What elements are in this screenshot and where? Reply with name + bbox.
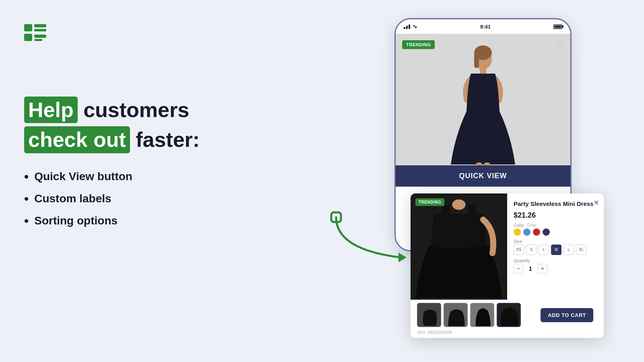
- svg-rect-4: [34, 35, 46, 38]
- quick-view-popup: × TRENDING: [411, 193, 604, 338]
- color-section: Color Gray: [514, 223, 597, 236]
- quick-view-button[interactable]: QUICK VIEW: [396, 165, 570, 187]
- sku-label: SKU: 34020300304: [411, 329, 604, 338]
- thumbnail-4[interactable]: [497, 303, 521, 327]
- svg-rect-5: [34, 39, 42, 41]
- list-item: Sorting options: [24, 214, 200, 228]
- popup-image: TRENDING: [411, 193, 507, 300]
- color-blue[interactable]: [523, 228, 530, 236]
- popup-dress-svg: [411, 193, 507, 298]
- size-m[interactable]: M: [551, 245, 561, 255]
- logo: [24, 24, 46, 43]
- status-left: ∿: [404, 23, 417, 30]
- dress-image: [447, 44, 519, 177]
- color-name-label: Gray: [527, 223, 536, 227]
- logo-icon: [24, 24, 46, 41]
- product-title: Party Sleeveless Mini Dress: [514, 200, 597, 208]
- headline-line1: Help customers: [24, 97, 200, 123]
- color-navy[interactable]: [543, 228, 550, 236]
- headline-line2: check out faster:: [24, 126, 200, 153]
- quantity-decrease[interactable]: −: [514, 264, 523, 274]
- add-to-cart-button[interactable]: ADD TO CART: [541, 308, 593, 322]
- thumbnail-3[interactable]: [470, 303, 494, 327]
- svg-rect-1: [34, 24, 46, 27]
- close-button[interactable]: ×: [594, 197, 599, 208]
- highlight-checkout: check out: [24, 126, 130, 153]
- quantity-row: − 1 +: [514, 264, 597, 274]
- quantity-increase[interactable]: +: [538, 264, 547, 274]
- size-l2[interactable]: L: [564, 245, 574, 255]
- size-s[interactable]: S: [526, 245, 537, 255]
- thumbnail-2[interactable]: [444, 303, 468, 327]
- hero-section: Help customers check out faster: Quick V…: [24, 97, 200, 236]
- list-item: Custom labels: [24, 191, 200, 206]
- trending-badge: TRENDING: [402, 40, 435, 49]
- heart-icon[interactable]: ♡: [556, 40, 564, 51]
- signal-icon: [404, 25, 410, 29]
- battery-icon: [553, 25, 562, 29]
- color-options[interactable]: [514, 228, 597, 236]
- list-item: Quick View button: [24, 169, 200, 184]
- popup-bottom-row: ADD TO CART: [411, 300, 604, 329]
- size-xs[interactable]: XS: [514, 245, 524, 255]
- product-image-area: TRENDING ♡: [396, 34, 570, 187]
- size-section: Size XS S L M L XL: [514, 239, 597, 255]
- feature-list: Quick View button Custom labels Sorting …: [24, 169, 200, 228]
- thumbnail-1[interactable]: [417, 303, 441, 327]
- color-label: Color: [514, 223, 524, 228]
- size-l[interactable]: L: [539, 245, 549, 255]
- color-yellow[interactable]: [514, 228, 521, 236]
- color-red[interactable]: [533, 228, 540, 236]
- highlight-help: Help: [24, 97, 78, 123]
- size-options[interactable]: XS S L M L XL: [514, 245, 597, 255]
- product-price: $21.26: [514, 211, 597, 220]
- quantity-value: 1: [526, 265, 535, 272]
- size-xl[interactable]: XL: [576, 245, 586, 255]
- wifi-icon: ∿: [413, 23, 417, 30]
- svg-rect-9: [480, 68, 486, 74]
- popup-header: TRENDING Party Sleeveless Min: [411, 193, 604, 300]
- clock: 9:41: [480, 24, 491, 30]
- svg-rect-8: [474, 52, 479, 68]
- quantity-section: Quantity − 1 +: [514, 258, 597, 274]
- popup-details: Party Sleeveless Mini Dress $21.26 Color…: [507, 193, 604, 300]
- thumbnail-strip: [417, 303, 521, 327]
- svg-rect-0: [24, 24, 32, 31]
- arrow-connector: [328, 209, 425, 274]
- quantity-label: Quantity: [514, 258, 597, 263]
- svg-marker-12: [398, 253, 407, 262]
- status-bar: ∿ 9:41: [396, 19, 570, 34]
- svg-point-19: [452, 200, 465, 210]
- svg-rect-2: [34, 29, 46, 31]
- popup-trending-badge: TRENDING: [415, 198, 444, 206]
- size-label: Size: [514, 239, 597, 244]
- svg-rect-3: [24, 34, 32, 41]
- svg-rect-18: [468, 205, 476, 218]
- svg-rect-17: [442, 205, 450, 218]
